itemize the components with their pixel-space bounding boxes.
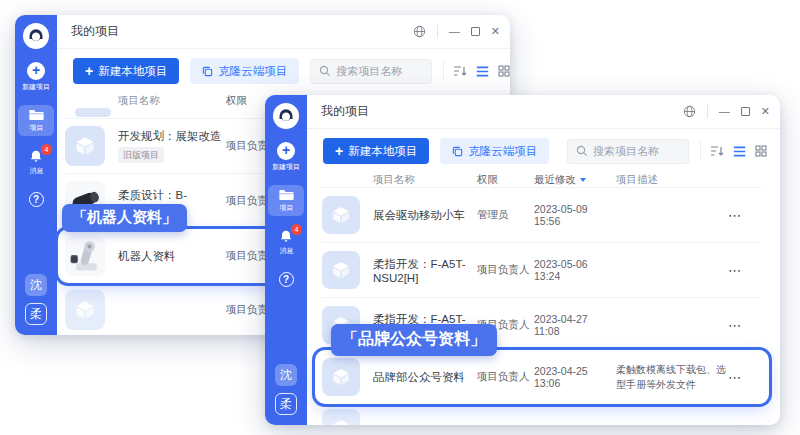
project-row[interactable]: 展会驱动移动小车 管理员 2023-05-09 15:56 ⋯ (322, 188, 762, 243)
permission: 项目负责人 (477, 370, 534, 384)
view-toggle-group (700, 142, 767, 160)
project-row[interactable]: 柔指开发：F-A5T-NSU2[H] 项目负责人 2023-05-06 13:2… (322, 243, 762, 298)
project-name: 开发规划：展架改造 (118, 129, 226, 144)
notification-badge: 4 (291, 224, 302, 235)
project-row-partial[interactable] (322, 404, 762, 425)
sidebar: + 新建项目 项目 4 消息 ? 沈 柔 (265, 95, 307, 425)
sidebar-item-new-project[interactable]: + 新建项目 (268, 139, 304, 175)
titlebar-divider (707, 105, 708, 118)
grid-view-icon[interactable] (498, 65, 510, 77)
callout-robot-data-label: 「机器人资料」 (62, 204, 187, 232)
header-modified[interactable]: 最近修改 (534, 173, 616, 187)
search-input[interactable] (336, 65, 423, 77)
titlebar-divider (437, 25, 438, 38)
project-name: 柔指开发：F-A5T-NSU2[H] (373, 257, 477, 284)
bell-icon: 4 (29, 149, 43, 164)
sidebar-item-projects[interactable]: 项目 (18, 105, 54, 136)
project-name: 展会驱动移动小车 (373, 208, 477, 223)
grid-view-icon[interactable] (755, 145, 767, 157)
bell-icon: 4 (279, 229, 293, 244)
globe-icon[interactable] (413, 25, 426, 38)
sidebar-item-messages[interactable]: 4 消息 (268, 226, 304, 259)
avatar-rou[interactable]: 柔 (25, 303, 47, 325)
plus-circle-icon: + (27, 62, 45, 80)
sidebar: + 新建项目 项目 4 消息 ? 沈 柔 (15, 15, 57, 335)
search-icon (576, 145, 588, 157)
search-box[interactable] (567, 139, 689, 164)
sort-icon[interactable] (453, 65, 467, 77)
plus-icon: + (335, 144, 343, 158)
sidebar-item-messages[interactable]: 4 消息 (18, 146, 54, 179)
project-row-highlighted[interactable]: 品牌部公众号资料 项目负责人 2023-04-25 13:06 柔触数模离线下载… (315, 350, 769, 404)
search-box[interactable] (310, 59, 432, 84)
maximize-icon[interactable] (471, 27, 480, 36)
view-toggle-group (443, 62, 510, 80)
avatar-rou[interactable]: 柔 (275, 393, 297, 415)
avatar-shen[interactable]: 沈 (25, 274, 47, 296)
project-description: 柔触数模离线下载包、选型手册等外发文件 (616, 362, 728, 392)
sidebar-item-projects[interactable]: 项目 (268, 185, 304, 216)
avatar-shen[interactable]: 沈 (275, 364, 297, 386)
plus-icon: + (85, 64, 93, 78)
folder-icon (29, 108, 44, 121)
header-description: 项目描述 (616, 172, 728, 188)
sort-icon[interactable] (710, 145, 724, 157)
sidebar-item-new-project[interactable]: + 新建项目 (18, 59, 54, 95)
modified-time: 2023-05-09 15:56 (534, 203, 616, 227)
titlebar: 我的项目 — ✕ (57, 15, 510, 49)
notification-badge: 4 (41, 144, 52, 155)
cube-icon (65, 126, 105, 166)
sort-arrow-icon (580, 178, 586, 182)
sidebar-avatars: 沈 柔 (265, 364, 307, 415)
app-logo-robot-icon (273, 103, 299, 129)
toolbar: + 新建本地项目 克隆云端项目 (57, 49, 510, 93)
sidebar-label-new-project: 新建项目 (272, 162, 300, 171)
list-view-icon[interactable] (476, 66, 489, 77)
close-icon[interactable]: ✕ (491, 26, 500, 37)
titlebar: 我的项目 — ✕ (307, 95, 780, 129)
toolbar: + 新建本地项目 克隆云端项目 (307, 129, 780, 173)
sidebar-item-help[interactable]: ? (268, 269, 304, 290)
clone-cloud-project-button[interactable]: 克隆云端项目 (440, 138, 549, 164)
globe-icon[interactable] (683, 105, 696, 118)
modified-time: 2023-04-27 11:08 (534, 313, 616, 337)
new-local-project-button[interactable]: + 新建本地项目 (73, 58, 179, 84)
project-name: 机器人资料 (118, 249, 226, 264)
maximize-icon[interactable] (741, 107, 750, 116)
clone-icon (452, 146, 463, 157)
cube-icon (322, 251, 360, 289)
more-button[interactable]: ⋯ (728, 370, 743, 385)
new-local-project-button[interactable]: + 新建本地项目 (323, 138, 429, 164)
sidebar-label-projects: 项目 (29, 123, 43, 132)
sidebar-item-help[interactable]: ? (18, 189, 54, 210)
clone-cloud-project-button[interactable]: 克隆云端项目 (190, 58, 299, 84)
table-header-row: 项目名称 权限 最近修改 项目描述 (322, 173, 762, 188)
minimize-icon[interactable]: — (719, 106, 730, 117)
search-icon (319, 65, 331, 77)
search-input[interactable] (593, 145, 680, 157)
more-button[interactable]: ⋯ (728, 263, 743, 278)
window-my-projects-front: + 新建项目 项目 4 消息 ? 沈 柔 我的项目 (265, 95, 780, 425)
more-button[interactable]: ⋯ (728, 208, 743, 223)
cube-icon (65, 290, 105, 330)
more-button[interactable]: ⋯ (728, 318, 743, 333)
project-thumbnail-robot (65, 236, 105, 276)
header-project-name: 项目名称 (118, 94, 226, 108)
close-icon[interactable]: ✕ (761, 106, 770, 117)
project-name: 品牌部公众号资料 (373, 370, 477, 385)
permission: 管理员 (477, 208, 534, 222)
header-permission: 权限 (477, 173, 534, 187)
permission: 项目负责人 (477, 263, 534, 277)
project-table: 项目名称 权限 最近修改 项目描述 展会驱动移动小车 管理员 2023-05-0… (307, 173, 780, 425)
help-icon: ? (29, 192, 44, 207)
header-project-name: 项目名称 (373, 173, 477, 187)
modified-time: 2023-04-25 13:06 (534, 365, 616, 389)
cube-icon (322, 196, 360, 234)
list-view-icon[interactable] (733, 146, 746, 157)
plus-circle-icon: + (277, 142, 295, 160)
help-icon: ? (279, 272, 294, 287)
window-title: 我的项目 (71, 23, 119, 40)
callout-brand-account-label: 「品牌公众号资料」 (331, 324, 497, 356)
window-title: 我的项目 (321, 103, 369, 120)
minimize-icon[interactable]: — (449, 26, 460, 37)
